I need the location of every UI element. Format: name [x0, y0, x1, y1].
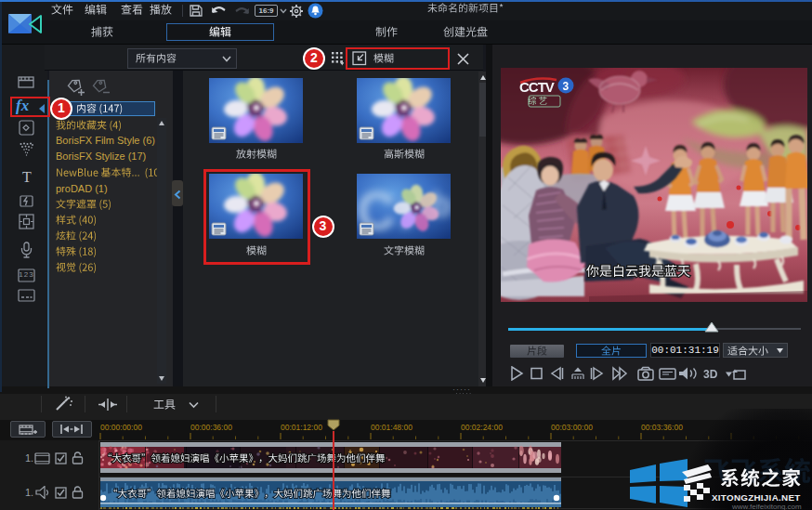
svg-text:3D: 3D	[703, 368, 718, 381]
svg-text:3: 3	[563, 80, 570, 93]
